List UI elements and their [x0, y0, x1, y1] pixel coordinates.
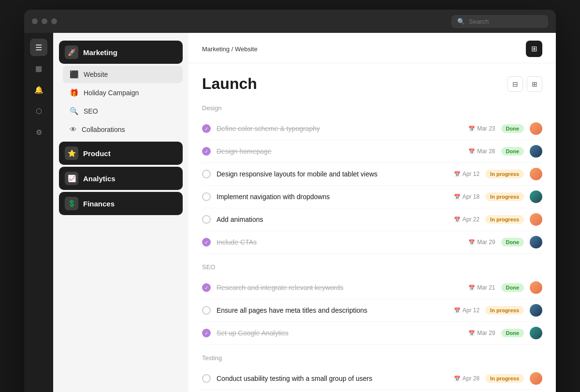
task-text-4: Implement navigation with dropdowns: [217, 193, 448, 201]
title-actions: ⊟ ⊞: [508, 76, 542, 92]
task-badge-9: Done: [501, 329, 524, 337]
nav-group-analytics-label: Analytics: [83, 174, 116, 183]
nav-group-product-label: Product: [83, 149, 111, 158]
bell-icon: 🔔: [34, 86, 44, 94]
task-avatar-5: [530, 213, 542, 226]
task-checkbox-9[interactable]: ✓: [202, 329, 211, 337]
nav-item-collaborations[interactable]: 👁 Collaborations: [63, 121, 183, 138]
task-badge-1: Done: [501, 124, 524, 133]
task-date-10: 📅 Apr 28: [454, 375, 479, 382]
grid-view-btn[interactable]: ⊞: [527, 76, 542, 92]
minimize-btn[interactable]: [42, 18, 47, 24]
task-checkbox-8[interactable]: [202, 306, 211, 315]
task-date-7: 📅 Mar 21: [468, 284, 495, 291]
main-content: ☰ ▦ 🔔 ⬡ ⚙: [24, 33, 556, 392]
task-badge-7: Done: [501, 283, 524, 292]
calendar-icon-2: 📅: [468, 148, 475, 155]
calendar-icon-8: 📅: [454, 307, 461, 314]
sidebar-icon-bell[interactable]: 🔔: [30, 81, 47, 99]
task-meta-3: 📅 Apr 12 In progress: [454, 168, 542, 180]
nav-item-seo-label: SEO: [84, 107, 98, 115]
task-meta-6: 📅 Mar 29 Done: [468, 236, 542, 248]
task-avatar-6: [530, 236, 542, 248]
calendar-icon-4: 📅: [454, 194, 461, 200]
task-row: ✓ Define color scheme & typography 📅 Mar…: [202, 117, 542, 140]
calendar-icon-9: 📅: [468, 330, 475, 336]
header-actions: ⊞: [526, 41, 542, 57]
task-date-2: 📅 Mar 28: [468, 148, 495, 155]
analytics-icon: 📈: [65, 172, 78, 185]
nav-item-holiday-label: Holiday Campaign: [84, 89, 139, 97]
calendar-icon-1: 📅: [468, 126, 475, 132]
icon-sidebar: ☰ ▦ 🔔 ⬡ ⚙: [24, 33, 53, 392]
layout-icon: ⊞: [531, 44, 537, 53]
task-checkbox-4[interactable]: [202, 192, 211, 201]
search-input[interactable]: [469, 18, 542, 25]
task-badge-4: In progress: [485, 192, 524, 201]
close-btn[interactable]: [32, 18, 38, 24]
task-meta-9: 📅 Mar 29 Done: [468, 327, 542, 339]
task-meta-5: 📅 Apr 22 In progress: [454, 213, 542, 226]
sidebar-icon-puzzle[interactable]: ⬡: [30, 102, 47, 120]
task-avatar-9: [530, 327, 542, 339]
task-avatar-1: [530, 122, 542, 135]
nav-item-collaborations-label: Collaborations: [82, 126, 125, 133]
task-meta-4: 📅 Apr 18 In progress: [454, 190, 542, 203]
task-row: Design responsive layouts for mobile and…: [202, 163, 542, 186]
task-checkbox-1[interactable]: ✓: [202, 124, 211, 133]
task-date-3: 📅 Apr 12: [454, 171, 479, 177]
grid-icon: ⊞: [532, 80, 537, 88]
nav-item-website-label: Website: [84, 71, 108, 78]
collaborations-icon: 👁: [70, 125, 77, 133]
breadcrumb-separator: /: [232, 45, 235, 53]
task-checkbox-7[interactable]: ✓: [202, 283, 211, 292]
task-text-7: Research and integrate relevant keywords: [217, 284, 463, 291]
sidebar-icon-calendar[interactable]: ▦: [30, 60, 47, 77]
nav-item-website[interactable]: ⬛ Website: [63, 66, 183, 83]
task-date-8: 📅 Apr 12: [454, 307, 479, 314]
nav-group-finances[interactable]: 💲 Finances: [59, 192, 183, 215]
section-testing-label: Testing: [202, 354, 542, 362]
sidebar-icon-gear[interactable]: ⚙: [30, 124, 47, 141]
finances-icon: 💲: [65, 197, 78, 210]
marketing-icon: 🚀: [65, 45, 78, 59]
calendar-icon-10: 📅: [454, 376, 461, 382]
nav-group-product[interactable]: ⭐ Product: [59, 142, 183, 165]
task-text-2: Design homepage: [217, 147, 463, 155]
seo-icon: 🔍: [70, 107, 79, 116]
task-checkbox-10[interactable]: [202, 374, 211, 383]
task-badge-8: In progress: [485, 306, 524, 315]
section-seo: SEO ✓ Research and integrate relevant ke…: [202, 263, 542, 345]
nav-item-holiday[interactable]: 🎁 Holiday Campaign: [63, 84, 183, 102]
sidebar-icon-list[interactable]: ☰: [30, 39, 47, 56]
task-checkbox-3[interactable]: [202, 170, 211, 178]
task-text-6: Include CTAs: [217, 238, 463, 246]
calendar-icon-7: 📅: [468, 285, 475, 291]
nav-group-analytics[interactable]: 📈 Analytics: [59, 167, 183, 190]
page-title: Launch: [202, 75, 257, 93]
filter-btn[interactable]: ⊟: [508, 76, 523, 92]
breadcrumb-parent: Marketing: [202, 45, 230, 53]
task-badge-3: In progress: [485, 170, 524, 178]
window-controls: [32, 18, 57, 24]
task-row: ✓ Research and integrate relevant keywor…: [202, 276, 542, 299]
task-checkbox-2[interactable]: ✓: [202, 147, 211, 156]
nav-item-seo[interactable]: 🔍 SEO: [63, 102, 183, 120]
task-checkbox-6[interactable]: ✓: [202, 238, 211, 247]
nav-group-marketing[interactable]: 🚀 Marketing: [59, 41, 183, 64]
calendar-icon-5: 📅: [454, 217, 461, 223]
maximize-btn[interactable]: [51, 18, 57, 24]
section-design-label: Design: [202, 104, 542, 112]
task-avatar-3: [530, 168, 542, 180]
task-date-1: 📅 Mar 23: [468, 125, 495, 132]
layout-toggle-btn[interactable]: ⊞: [526, 41, 542, 57]
search-box: 🔍: [451, 15, 548, 28]
section-design: Design ✓ Define color scheme & typograph…: [202, 104, 542, 254]
search-bar-area: 🔍: [451, 15, 548, 28]
breadcrumb: Marketing / Website: [202, 45, 258, 53]
task-avatar-2: [530, 145, 542, 158]
task-checkbox-5[interactable]: [202, 215, 211, 224]
task-row: Conduct usability testing with a small g…: [202, 367, 542, 390]
task-meta-7: 📅 Mar 21 Done: [468, 281, 542, 294]
task-row: Ensure all pages have meta titles and de…: [202, 299, 542, 322]
